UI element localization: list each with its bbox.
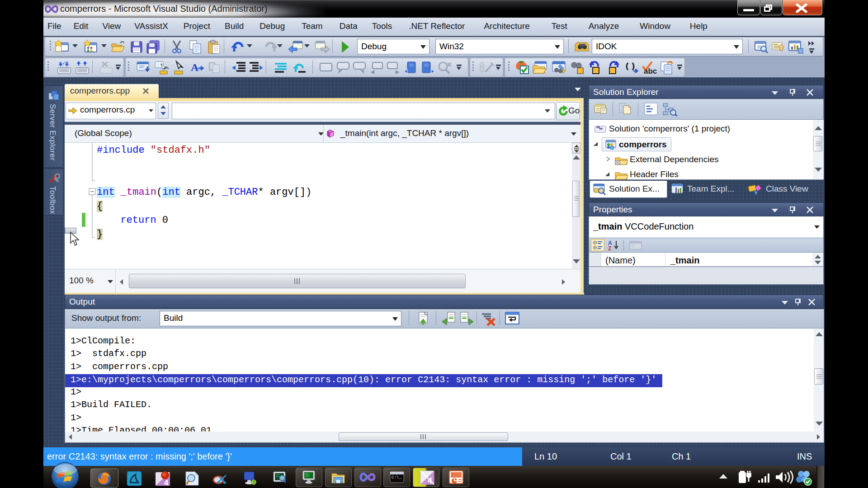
svg-text:Z: Z: [608, 245, 611, 251]
svg-text:A: A: [191, 61, 199, 73]
svg-text:4: 4: [164, 479, 169, 486]
svg-text:abc: abc: [644, 67, 657, 75]
svg-text:4: 4: [428, 476, 432, 485]
svg-text:C:\_: C:\_: [392, 475, 401, 480]
